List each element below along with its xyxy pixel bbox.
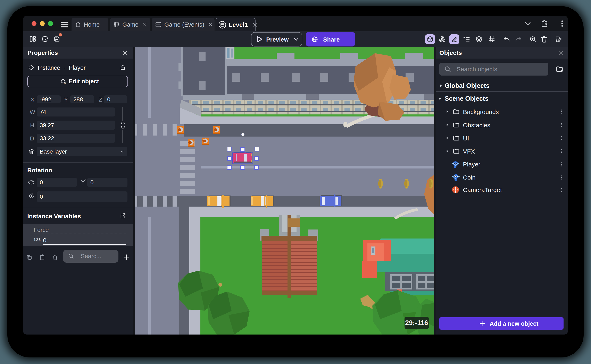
svg-text:3D: 3D: [64, 82, 66, 84]
svg-text:29;-116: 29;-116: [405, 319, 428, 326]
